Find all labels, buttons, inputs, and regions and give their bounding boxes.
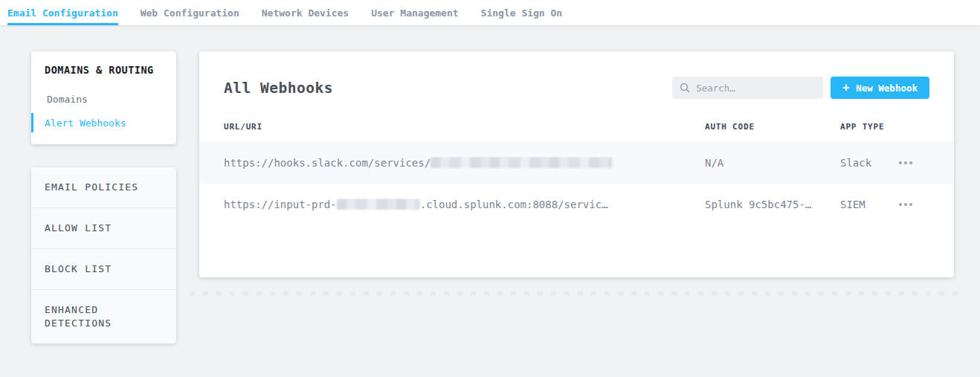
- column-header-auth-code: AUTH CODE: [705, 122, 840, 132]
- app-type-cell: SIEM: [840, 199, 897, 210]
- ellipsis-icon: [899, 203, 902, 206]
- row-menu-button[interactable]: [897, 157, 914, 169]
- page-title: All Webhooks: [224, 80, 333, 97]
- policy-card-group: EMAIL POLICIES ALLOW LIST BLOCK LIST ENH…: [31, 167, 176, 344]
- search-box: [672, 77, 823, 99]
- search-icon: [680, 83, 690, 93]
- auth-code-cell: N/A: [705, 157, 840, 169]
- auth-code-cell: Splunk 9c5bc475-…: [705, 199, 840, 210]
- actions-cell: [897, 157, 929, 169]
- sidebar-item-alert-webhooks[interactable]: Alert Webhooks: [31, 113, 176, 132]
- domains-routing-title: DOMAINS & ROUTING: [45, 64, 163, 76]
- column-header-app-type: APP TYPE: [840, 122, 897, 132]
- sidebar-item-block-list[interactable]: BLOCK LIST: [31, 248, 176, 289]
- sidebar-item-allow-list[interactable]: ALLOW LIST: [31, 207, 176, 248]
- ellipsis-icon: [899, 161, 902, 164]
- column-header-url: URL/URI: [224, 122, 705, 132]
- sidebar-item-domains[interactable]: Domains: [31, 89, 176, 109]
- webhook-url-cell: https://input-prd-.cloud.splunk.com:8088…: [224, 199, 705, 210]
- tab-email-configuration[interactable]: Email Configuration: [7, 0, 118, 25]
- url-text: https://hooks.slack.com/services/: [224, 157, 431, 169]
- url-text: https://input-prd-: [224, 199, 337, 210]
- row-menu-button[interactable]: [897, 199, 914, 210]
- new-webhook-label: New Webhook: [856, 83, 918, 94]
- search-input[interactable]: [696, 83, 816, 94]
- new-webhook-button[interactable]: + New Webhook: [831, 77, 929, 99]
- domains-routing-card: DOMAINS & ROUTING Domains Alert Webhooks: [31, 51, 176, 144]
- page-content: DOMAINS & ROUTING Domains Alert Webhooks…: [0, 25, 980, 344]
- tab-user-management[interactable]: User Management: [371, 0, 458, 25]
- actions-cell: [897, 199, 929, 210]
- plus-icon: +: [842, 83, 849, 94]
- table-row-slack-webhook[interactable]: https://hooks.slack.com/services/ N/A Sl…: [199, 142, 954, 184]
- table-header-row: URL/URI AUTH CODE APP TYPE: [199, 120, 954, 132]
- redacted-url-segment: [337, 199, 420, 210]
- app-type-cell: Slack: [840, 157, 897, 169]
- all-webhooks-card: All Webhooks + New Webhook URL/URI AUTH …: [199, 51, 954, 277]
- tab-single-sign-on[interactable]: Single Sign On: [481, 0, 563, 25]
- redacted-url-segment: [431, 157, 612, 168]
- tab-web-configuration[interactable]: Web Configuration: [141, 0, 239, 25]
- sidebar-item-email-policies[interactable]: EMAIL POLICIES: [31, 167, 176, 207]
- tab-network-devices[interactable]: Network Devices: [262, 0, 349, 25]
- url-text-suffix: .cloud.splunk.com:8088/servic…: [420, 199, 608, 210]
- sidebar: DOMAINS & ROUTING Domains Alert Webhooks…: [31, 51, 176, 344]
- main-header: All Webhooks + New Webhook: [199, 51, 954, 99]
- webhook-url-cell: https://hooks.slack.com/services/: [224, 157, 705, 169]
- header-actions: + New Webhook: [672, 77, 929, 99]
- table-row-splunk-webhook[interactable]: https://input-prd-.cloud.splunk.com:8088…: [199, 184, 954, 225]
- sidebar-item-enhanced-detections[interactable]: ENHANCED DETECTIONS: [31, 289, 176, 344]
- routing-items: Domains Alert Webhooks: [31, 89, 176, 132]
- top-nav: Email Configuration Web Configuration Ne…: [0, 0, 980, 25]
